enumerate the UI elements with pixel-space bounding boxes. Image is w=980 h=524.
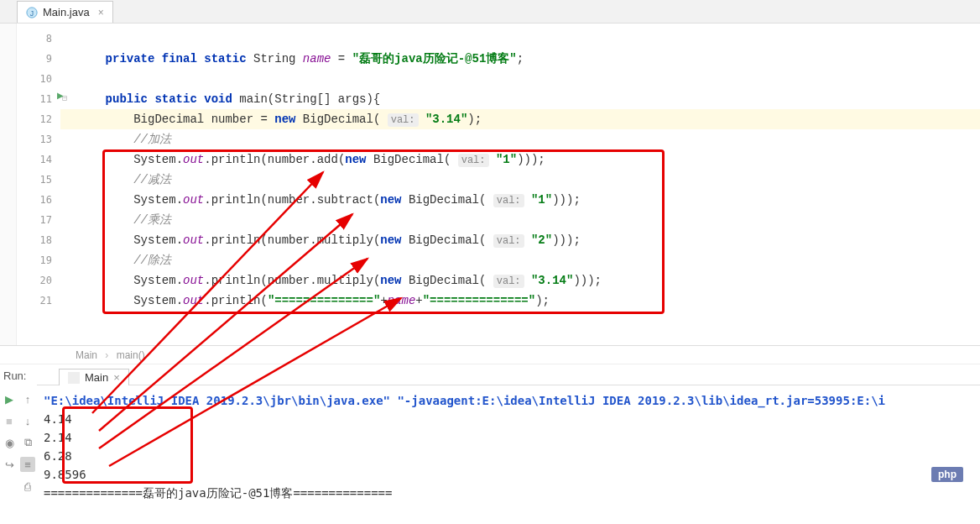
left-gutter-tools [0, 24, 17, 345]
line-number: 13 [17, 129, 60, 149]
code-editor: ▶ 8 9 10 11 12 13 14 15 16 17 18 19 20 2… [0, 24, 980, 346]
run-tool-label: Run: [0, 364, 37, 387]
console-line: 9.8596 [44, 465, 975, 484]
run-toolbar-right: ↑ ↓ ⧉ ≡ ⎙ [17, 386, 39, 507]
java-file-icon: J [26, 7, 38, 18]
run-config-tab[interactable]: Main × [59, 369, 129, 385]
run-gutter-icon[interactable]: ▶ [57, 91, 64, 100]
close-icon[interactable]: × [98, 7, 104, 18]
camera-icon[interactable]: ◉ [2, 435, 17, 450]
line-number: 21 [17, 291, 60, 311]
line-number: 17 [17, 210, 60, 230]
up-icon[interactable]: ↑ [20, 391, 35, 406]
run-tab-label: Main [85, 371, 108, 384]
down-icon[interactable]: ↓ [20, 413, 35, 428]
php-badge: php [931, 467, 963, 482]
breadcrumb-item[interactable]: Main [76, 349, 97, 361]
line-number: 10 [17, 69, 60, 89]
console-line: 6.28 [44, 447, 975, 465]
exit-icon[interactable]: ↪ [2, 457, 17, 472]
line-number: 20 [17, 270, 60, 291]
line-number: 11 [17, 89, 60, 109]
line-gutter: ▶ 8 9 10 11 12 13 14 15 16 17 18 19 20 2… [17, 24, 60, 345]
wrap-icon[interactable]: ≡ [20, 457, 35, 472]
breadcrumb[interactable]: Main › main() [0, 346, 980, 364]
console-line: 2.14 [44, 428, 975, 447]
line-number: 16 [17, 190, 60, 210]
current-line: BigDecimal number = new BigDecimal( val:… [60, 109, 980, 129]
close-icon[interactable]: × [113, 371, 120, 384]
filter-icon[interactable]: ⧉ [20, 435, 35, 450]
run-panel: ▶ ■ ◉ ↪ ↑ ↓ ⧉ ≡ ⎙ "E:\idea\IntelliJ IDEA… [0, 386, 980, 507]
line-number: 18 [17, 230, 60, 250]
keyword: private final static [106, 52, 247, 66]
rerun-button[interactable]: ▶ [2, 391, 17, 406]
console-line: 4.14 [44, 410, 975, 428]
line-number: 8 [17, 29, 60, 49]
breadcrumb-item[interactable]: main() [117, 349, 145, 361]
stop-button[interactable]: ■ [2, 413, 17, 428]
line-number: 15 [17, 170, 60, 190]
svg-text:J: J [30, 8, 34, 17]
editor-tab-bar: J Main.java × [0, 0, 980, 24]
chevron-right-icon: › [105, 349, 108, 361]
file-tab[interactable]: J Main.java × [17, 1, 113, 23]
run-toolbar-left: ▶ ■ ◉ ↪ [0, 386, 17, 507]
app-icon [68, 372, 80, 384]
code-content[interactable]: private final static String name = "磊哥的j… [60, 24, 980, 345]
file-tab-label: Main.java [43, 6, 90, 18]
line-number: 12 [17, 109, 60, 129]
line-number: 14 [17, 149, 60, 170]
print-icon[interactable]: ⎙ [20, 479, 35, 494]
console-output[interactable]: "E:\idea\IntelliJ IDEA 2019.2.3\jbr\bin\… [39, 386, 980, 507]
console-command: "E:\idea\IntelliJ IDEA 2019.2.3\jbr\bin\… [44, 391, 975, 410]
run-tab-bar: Main × [37, 365, 980, 385]
line-number: 9 [17, 49, 60, 69]
line-number: 19 [17, 250, 60, 270]
console-line: ==============磊哥的java历险记-@51博客==========… [44, 484, 975, 502]
svg-rect-2 [68, 372, 80, 384]
